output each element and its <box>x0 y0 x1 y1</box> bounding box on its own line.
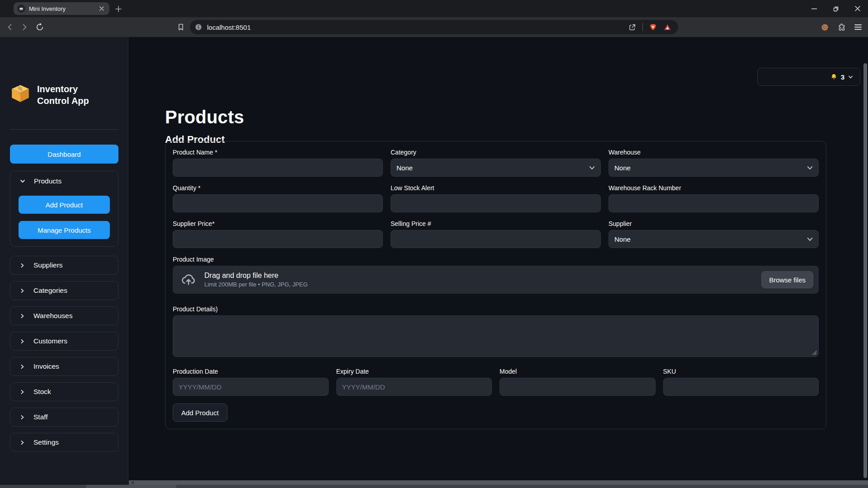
expander-label: Settings <box>33 438 59 446</box>
window-close-button[interactable] <box>851 3 864 14</box>
notification-count: 3 <box>841 73 844 81</box>
field-label: Warehouse <box>609 149 819 156</box>
url-text[interactable]: localhost:8501 <box>207 23 623 31</box>
back-icon[interactable] <box>5 22 15 33</box>
chevron-right-icon <box>19 364 25 370</box>
package-logo-icon <box>10 83 31 104</box>
warehouse-rack-number-input[interactable] <box>609 194 819 212</box>
field-label: Quantity * <box>173 184 383 192</box>
model-input[interactable] <box>500 378 656 396</box>
horizontal-scrollbar[interactable] <box>129 480 868 485</box>
forward-icon[interactable] <box>19 22 30 33</box>
field-label: Product Name * <box>173 149 383 156</box>
field-label: Category <box>391 149 601 156</box>
product-details-textarea[interactable] <box>173 315 819 357</box>
field-warehouse: Warehouse None <box>609 149 819 177</box>
sidebar-expander-settings[interactable]: Settings <box>10 433 118 452</box>
expander-label: Staff <box>33 413 48 421</box>
field-label: Product Image <box>173 256 819 263</box>
window-minimize-button[interactable] <box>807 3 821 14</box>
main-content: 3 Products Add Product Product Name * Ca… <box>129 37 868 485</box>
product-name-input[interactable] <box>173 159 383 177</box>
site-info-icon[interactable] <box>194 23 203 31</box>
tab-strip: Mini Inventory <box>0 0 868 17</box>
sidebar-expander-warehouses[interactable]: Warehouses <box>10 306 118 325</box>
quantity-input[interactable] <box>173 194 383 212</box>
field-production-date: Production Date <box>173 368 329 396</box>
chevron-down-icon <box>806 235 814 243</box>
sidebar-expander-invoices[interactable]: Invoices <box>10 357 118 376</box>
cookie-extension-icon[interactable] <box>819 22 830 33</box>
expander-label: Products <box>34 177 61 185</box>
taskbar-peek-segment <box>86 485 176 488</box>
production-date-input[interactable] <box>173 378 329 396</box>
chevron-right-icon <box>19 389 25 395</box>
browser-toolbar: localhost:8501 <box>0 17 868 37</box>
scroll-left-arrow-icon[interactable] <box>131 481 134 484</box>
products-expander-header[interactable]: Products <box>10 171 118 191</box>
bookmark-icon[interactable] <box>175 22 186 33</box>
field-supplier-price: Supplier Price* <box>173 220 383 248</box>
warehouse-select[interactable]: None <box>609 159 819 177</box>
field-label: Low Stock Alert <box>391 184 601 192</box>
sidebar-dashboard-button[interactable]: Dashboard <box>10 145 118 164</box>
chevron-down-icon <box>848 74 854 80</box>
sidebar-expander-suppliers[interactable]: Suppliers <box>10 256 118 275</box>
share-icon[interactable] <box>628 23 637 32</box>
address-bar[interactable]: localhost:8501 <box>190 20 678 34</box>
expander-label: Categories <box>33 286 67 295</box>
tab-title: Mini Inventory <box>29 5 94 12</box>
sidebar-divider <box>10 129 118 130</box>
reload-icon[interactable] <box>34 22 45 33</box>
menu-hamburger-icon[interactable] <box>853 22 863 33</box>
new-tab-button[interactable] <box>114 5 123 14</box>
resize-handle-icon[interactable] <box>812 350 817 355</box>
chevron-down-icon <box>19 178 26 184</box>
sidebar-manage-products-button[interactable]: Manage Products <box>19 221 110 239</box>
field-quantity: Quantity * <box>173 184 383 212</box>
sidebar-expander-staff[interactable]: Staff <box>10 408 118 427</box>
chevron-right-icon <box>19 313 25 319</box>
bat-rewards-icon[interactable] <box>663 23 672 32</box>
add-product-submit-button[interactable]: Add Product <box>173 404 227 422</box>
expander-label: Customers <box>33 337 67 345</box>
file-uploader-dropzone[interactable]: Drag and drop file here Limit 200MB per … <box>173 266 819 294</box>
field-supplier: Supplier None <box>609 220 819 248</box>
select-value: None <box>396 164 413 172</box>
tab-close-icon[interactable] <box>98 5 106 13</box>
page-title: Products <box>165 107 244 127</box>
field-label: Supplier <box>609 220 819 227</box>
sku-input[interactable] <box>663 378 819 396</box>
category-select[interactable]: None <box>391 159 601 177</box>
app-sidebar: Inventory Control App Dashboard Products… <box>0 37 128 485</box>
window-restore-button[interactable] <box>829 3 843 14</box>
bell-icon <box>830 73 838 81</box>
app-title: Inventory Control App <box>37 83 94 107</box>
sidebar-expander-customers[interactable]: Customers <box>10 332 118 351</box>
select-value: None <box>614 164 631 172</box>
selling-price-input[interactable] <box>391 230 601 248</box>
add-product-form: Product Name * Category None Warehouse N… <box>165 141 826 429</box>
browse-files-button[interactable]: Browse files <box>761 271 813 288</box>
extensions-puzzle-icon[interactable] <box>836 22 847 33</box>
sidebar-expander-categories[interactable]: Categories <box>10 281 118 300</box>
field-product-details: Product Details) <box>173 305 819 357</box>
sidebar-add-product-button[interactable]: Add Product <box>19 196 110 214</box>
brave-shield-icon[interactable] <box>649 23 657 32</box>
field-category: Category None <box>391 149 601 177</box>
field-sku: SKU <box>663 368 819 396</box>
field-label: Selling Price # <box>391 220 601 227</box>
expiry-date-input[interactable] <box>336 378 492 396</box>
browser-tab[interactable]: Mini Inventory <box>14 2 109 15</box>
low-stock-alert-input[interactable] <box>391 194 601 212</box>
supplier-price-input[interactable] <box>173 230 383 248</box>
field-label: Supplier Price* <box>173 220 383 227</box>
field-product-image: Product Image Drag and drop file here Li… <box>173 256 819 294</box>
expander-label: Stock <box>33 388 51 396</box>
field-low-stock-alert: Low Stock Alert <box>391 184 601 212</box>
sidebar-expander-stock[interactable]: Stock <box>10 382 118 401</box>
notification-dropdown[interactable]: 3 <box>757 68 860 86</box>
supplier-select[interactable]: None <box>609 230 819 248</box>
vertical-scrollbar[interactable] <box>863 63 867 478</box>
toolbar-separator <box>642 23 643 31</box>
